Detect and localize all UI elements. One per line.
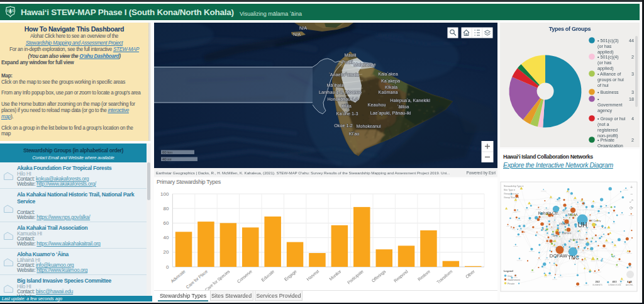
svg-text:Kīʻao: Kīʻao: [349, 131, 359, 137]
svg-text:3: 3: [631, 89, 634, 95]
svg-text:ʻāliloa: ʻāliloa: [397, 104, 409, 110]
svg-text:Powered by Esri: Powered by Esri: [466, 171, 496, 176]
svg-text:agency: agency: [597, 108, 613, 113]
svg-text:Organization: Organization: [597, 143, 623, 148]
svg-text:Group Focus ▾: Group Focus ▾: [504, 193, 519, 195]
svg-text:Site Type ▾: Site Type ▾: [504, 189, 515, 191]
svg-text:(or has: (or has: [597, 43, 612, 49]
svg-text:Halepuaʻa, Kanekiki: Halepuaʻa, Kanekiki: [390, 98, 430, 103]
svg-text:HI County: HI County: [591, 220, 601, 222]
svg-text:Laeʻapuki, Pānau-iki: Laeʻapuki, Pānau-iki: [370, 110, 411, 116]
svg-text:⟳: ⟳: [630, 206, 633, 210]
svg-text:18: 18: [629, 96, 634, 102]
svg-text:4.46: 4.46: [627, 280, 633, 283]
svg-text:44: 44: [629, 38, 634, 43]
svg-text:3: 3: [631, 71, 634, 77]
svg-text:applied): applied): [597, 65, 614, 71]
svg-text:60 km: 60 km: [162, 150, 172, 154]
svg-text:S: S: [12, 9, 14, 13]
svg-text:Government: Government: [508, 279, 520, 281]
svg-text:40 mi: 40 mi: [162, 157, 172, 161]
svg-text:N/A: N/A: [299, 25, 307, 31]
svg-text:Group Status ▾: Group Status ▾: [504, 196, 519, 199]
svg-text:registered: registered: [597, 127, 618, 133]
svg-text:100: 100: [160, 191, 169, 197]
svg-text:TNC: TNC: [568, 254, 580, 261]
svg-text:USDA-FS: USDA-FS: [559, 223, 570, 225]
svg-text:Civic: Civic: [508, 275, 513, 278]
svg-text:40: 40: [163, 235, 169, 240]
svg-text:Stewardship Type ▾: Stewardship Type ▾: [504, 185, 523, 188]
svg-text:Kaʻohe 1-3: Kaʻohe 1-3: [336, 111, 358, 116]
svg-text:0: 0: [166, 264, 169, 270]
svg-text:262: 262: [596, 280, 601, 283]
svg-text:Malanahae: Malanahae: [353, 62, 376, 67]
svg-text:•: •: [597, 96, 599, 102]
svg-text:Māʻihala: Māʻihala: [327, 82, 344, 88]
svg-text:• Group or hui: • Group or hui: [597, 116, 626, 121]
svg-text:Keauhou: Keauhou: [368, 102, 386, 108]
svg-text:NOAA: NOAA: [568, 213, 578, 217]
svg-text:ʻAnaehoʻomalu: ʻAnaehoʻomalu: [329, 72, 359, 77]
svg-text:4: 4: [631, 116, 634, 121]
svg-text:⤢: ⤢: [630, 199, 633, 203]
svg-text:2: 2: [631, 137, 634, 143]
svg-text:CONNECTIONS: CONNECTIONS: [608, 284, 621, 286]
svg-text:Ho. Bd of Water: Ho. Bd of Water: [570, 239, 584, 241]
svg-text:Mauili: Mauili: [345, 52, 357, 58]
svg-text:DOFAW: DOFAW: [550, 253, 568, 259]
svg-text:• Private: • Private: [597, 137, 614, 143]
svg-text:AVG REL: AVG REL: [626, 284, 633, 286]
svg-text:80: 80: [163, 206, 169, 211]
svg-text:Honokōhau 1-2: Honokōhau 1-2: [327, 96, 358, 102]
svg-text:Earthstar Geographics | Dacks,: Earthstar Geographics | Dacks, R., H. Mc…: [156, 171, 450, 175]
svg-text:• 501(c)(3): • 501(c)(3): [597, 38, 619, 43]
svg-text:Private: Private: [508, 283, 514, 285]
svg-text:Kaʻakepa: Kaʻakepa: [381, 78, 400, 84]
svg-text:• Business: • Business: [597, 89, 619, 95]
svg-text:USFWS: USFWS: [562, 232, 571, 235]
svg-text:20: 20: [163, 249, 169, 255]
svg-text:Legend: Legend: [504, 269, 513, 273]
svg-text:(not a: (not a: [597, 121, 609, 127]
svg-text:of hui: of hui: [597, 82, 609, 88]
svg-text:Kīʻila: Kīʻila: [341, 103, 352, 109]
svg-text:UH: UH: [577, 221, 587, 228]
svg-text:(or has: (or has: [597, 60, 612, 65]
svg-text:Lanihau 1-2, Moanuo: Lanihau 1-2, Moanuo: [319, 89, 362, 95]
svg-text:• 501(c)(4): • 501(c)(4): [597, 54, 619, 60]
svg-text:403: 403: [613, 280, 618, 283]
svg-text:U: U: [6, 9, 9, 13]
svg-text:Kaūmana: Kaūmana: [379, 89, 398, 95]
svg-text:• Alliance of: • Alliance of: [597, 71, 621, 77]
svg-text:60: 60: [163, 220, 169, 226]
svg-text:−: −: [630, 192, 633, 196]
svg-text:+: +: [630, 185, 633, 189]
svg-text:Government: Government: [597, 102, 623, 108]
svg-text:Primary Stewardship Types: Primary Stewardship Types: [157, 179, 221, 185]
svg-text:Mohokeanui: Mohokeanui: [356, 123, 381, 129]
svg-text:Kaiaʻakea: Kaiaʻakea: [378, 71, 398, 77]
svg-text:NPS: NPS: [553, 235, 558, 237]
svg-text:2: 2: [631, 54, 634, 60]
svg-text:Okoe 1-2: Okoe 1-2: [334, 123, 353, 128]
svg-text:groups or hui: groups or hui: [597, 77, 624, 82]
svg-text:ELEMENTS: ELEMENTS: [592, 284, 602, 286]
svg-text:Puaki: Puaki: [341, 59, 353, 65]
svg-text:Kohala Ctr.: Kohala Ctr.: [538, 211, 559, 215]
svg-text:N/A: N/A: [293, 31, 301, 37]
